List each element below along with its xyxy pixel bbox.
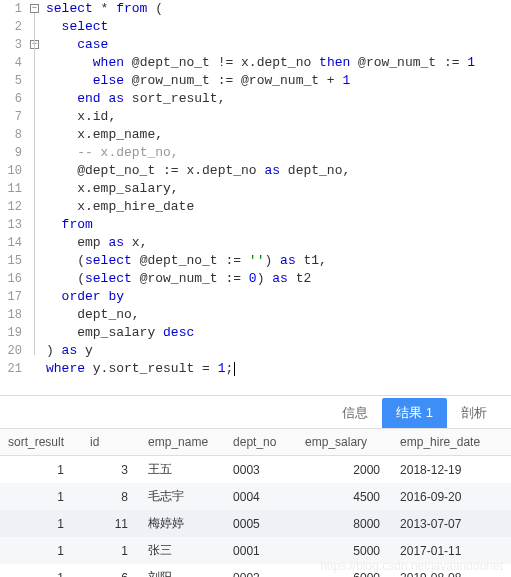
cell-dept_no: 0005 [225,510,297,537]
line-number: 19 [0,324,22,342]
cell-sort_result: 1 [0,510,82,537]
code-line[interactable]: case [46,36,511,54]
line-number: 18 [0,306,22,324]
cell-emp_salary: 8000 [297,510,392,537]
line-number: 9 [0,144,22,162]
line-number: 12 [0,198,22,216]
cell-sort_result: 1 [0,483,82,510]
table-row[interactable]: 18毛志宇000445002016-09-20 [0,483,511,510]
cell-id: 6 [82,564,140,577]
line-number: 6 [0,90,22,108]
line-number: 13 [0,216,22,234]
line-number: 10 [0,162,22,180]
cell-id: 8 [82,483,140,510]
code-line[interactable]: select * from ( [46,0,511,18]
line-number: 1 [0,0,22,18]
cell-emp_name: 梅婷婷 [140,510,225,537]
column-header-emp_name[interactable]: emp_name [140,429,225,456]
code-line[interactable]: where y.sort_result = 1; [46,360,511,378]
cell-dept_no: 0002 [225,564,297,577]
cell-sort_result: 1 [0,564,82,577]
code-editor[interactable]: 123456789101112131415161718192021 −− sel… [0,0,511,396]
code-line[interactable]: (select @row_num_t := 0) as t2 [46,270,511,288]
fold-toggle-icon[interactable]: − [30,4,39,13]
cell-dept_no: 0003 [225,456,297,484]
column-header-id[interactable]: id [82,429,140,456]
table-row[interactable]: 111梅婷婷000580002013-07-07 [0,510,511,537]
results-table[interactable]: sort_resultidemp_namedept_noemp_salaryem… [0,428,511,577]
line-number: 15 [0,252,22,270]
cell-emp_name: 张三 [140,537,225,564]
line-number-gutter: 123456789101112131415161718192021 [0,0,28,395]
line-number: 17 [0,288,22,306]
line-number: 21 [0,360,22,378]
cell-sort_result: 1 [0,456,82,484]
code-line[interactable]: dept_no, [46,306,511,324]
code-line[interactable]: -- x.dept_no, [46,144,511,162]
code-line[interactable]: from [46,216,511,234]
cell-sort_result: 1 [0,537,82,564]
results-header-row: sort_resultidemp_namedept_noemp_salaryem… [0,429,511,456]
code-line[interactable]: ) as y [46,342,511,360]
code-line[interactable]: select [46,18,511,36]
column-header-dept_no[interactable]: dept_no [225,429,297,456]
cell-dept_no: 0004 [225,483,297,510]
fold-column[interactable]: −− [28,0,42,395]
cell-emp_name: 王五 [140,456,225,484]
code-line[interactable]: (select @dept_no_t := '') as t1, [46,252,511,270]
cell-emp_salary: 4500 [297,483,392,510]
line-number: 3 [0,36,22,54]
tab-信息[interactable]: 信息 [328,398,382,428]
code-line[interactable]: when @dept_no_t != x.dept_no then @row_n… [46,54,511,72]
column-header-emp_salary[interactable]: emp_salary [297,429,392,456]
code-line[interactable]: emp as x, [46,234,511,252]
text-cursor [234,362,235,376]
table-row[interactable]: 13王五000320002018-12-19 [0,456,511,484]
line-number: 7 [0,108,22,126]
cell-emp_salary: 2000 [297,456,392,484]
cell-id: 3 [82,456,140,484]
code-line[interactable]: end as sort_result, [46,90,511,108]
code-line[interactable]: x.id, [46,108,511,126]
cell-dept_no: 0001 [225,537,297,564]
fold-guide-line [34,13,35,355]
code-line[interactable]: emp_salary desc [46,324,511,342]
line-number: 11 [0,180,22,198]
code-line[interactable]: @dept_no_t := x.dept_no as dept_no, [46,162,511,180]
code-line[interactable]: else @row_num_t := @row_num_t + 1 [46,72,511,90]
cell-id: 1 [82,537,140,564]
code-area[interactable]: select * from ( select case when @dept_n… [42,0,511,395]
line-number: 2 [0,18,22,36]
code-line[interactable]: order by [46,288,511,306]
tab-剖析[interactable]: 剖析 [447,398,501,428]
tab-结果 1[interactable]: 结果 1 [382,398,447,428]
cell-emp_hire_date: 2016-09-20 [392,483,511,510]
result-tabs: 信息结果 1剖析 [0,396,511,428]
results-panel: sort_resultidemp_namedept_noemp_salaryem… [0,428,511,577]
cell-emp_hire_date: 2013-07-07 [392,510,511,537]
line-number: 8 [0,126,22,144]
watermark: https://blog.csdn.net/javaanddonet [320,559,503,573]
column-header-sort_result[interactable]: sort_result [0,429,82,456]
line-number: 4 [0,54,22,72]
cell-emp_hire_date: 2018-12-19 [392,456,511,484]
line-number: 16 [0,270,22,288]
cell-id: 11 [82,510,140,537]
line-number: 14 [0,234,22,252]
cell-emp_name: 刘阳 [140,564,225,577]
code-line[interactable]: x.emp_hire_date [46,198,511,216]
line-number: 5 [0,72,22,90]
code-line[interactable]: x.emp_name, [46,126,511,144]
code-line[interactable]: x.emp_salary, [46,180,511,198]
cell-emp_name: 毛志宇 [140,483,225,510]
column-header-emp_hire_date[interactable]: emp_hire_date [392,429,511,456]
line-number: 20 [0,342,22,360]
